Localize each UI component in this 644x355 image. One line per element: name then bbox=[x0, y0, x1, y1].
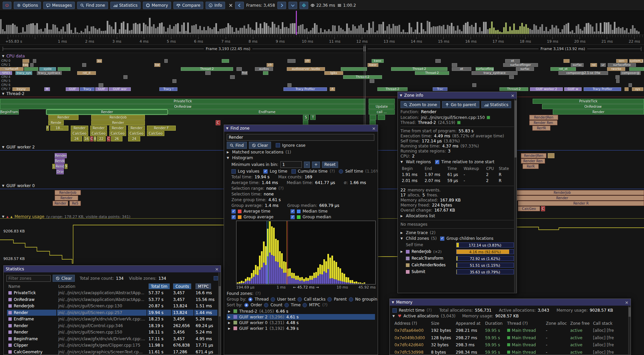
sort-by-count-radio[interactable] bbox=[264, 303, 268, 307]
cpu-segment[interactable] bbox=[287, 59, 296, 63]
cpu-segment[interactable] bbox=[30, 63, 34, 67]
cpu-segment[interactable]: GUIF worker 2 bbox=[530, 87, 563, 91]
cpu-segment[interactable]: composer@2.1-se (Hw bbox=[558, 71, 608, 75]
group-by-user-text-radio[interactable] bbox=[271, 297, 275, 302]
cpu-segment[interactable] bbox=[263, 71, 268, 75]
thread-header[interactable]: ▼GUIF worker 2 bbox=[2, 145, 35, 149]
zone[interactable]: CalcGeo bbox=[518, 206, 540, 211]
search-input[interactable] bbox=[227, 134, 374, 141]
zone[interactable]: Render bbox=[90, 126, 107, 131]
memory-titlebar[interactable]: ▼ Memory × bbox=[390, 299, 631, 306]
zone[interactable]: Render bbox=[91, 120, 145, 125]
table-row[interactable]: EndFrame jni/../jni/src/claw/gfx/drv/vk/… bbox=[7, 316, 217, 322]
table-row[interactable]: 0x7dfaa64e00 192 bytes 298.21 ms 59.95 s… bbox=[393, 327, 627, 334]
group-by-call-stacks-radio[interactable] bbox=[298, 297, 302, 302]
child-zone-row[interactable]: Submit 35.63 us (0.79%) bbox=[400, 269, 514, 275]
cpu-segment[interactable]: tracy_systrace bbox=[37, 71, 62, 75]
zone[interactable]: Render F bbox=[147, 126, 176, 131]
tools-icon-wrap[interactable] bbox=[229, 3, 233, 7]
zone[interactable]: RenderJol bbox=[55, 153, 67, 158]
cpu-segment[interactable]: rol bbox=[590, 63, 597, 67]
cpu-data-header[interactable]: ▼CPU data bbox=[2, 54, 25, 58]
cpu-segment[interactable]: GUIF bbox=[95, 87, 108, 91]
zone[interactable]: 26 bbox=[111, 136, 122, 141]
child-zone-row[interactable]: CalcRenderNodes 51.51 us (1.15%) bbox=[400, 262, 514, 268]
cpu-segment[interactable]: ot bbox=[452, 67, 471, 71]
legend-checkbox[interactable] bbox=[231, 209, 236, 214]
zone[interactable]: Render bbox=[128, 126, 145, 131]
zone[interactable]: Render bbox=[55, 159, 65, 164]
cpu-segment[interactable]: M bbox=[44, 87, 50, 91]
cpu-segment[interactable]: syste bbox=[39, 67, 56, 71]
cpu-segment[interactable]: sys bbox=[632, 87, 643, 91]
statistics-button[interactable]: Statistics bbox=[110, 2, 141, 9]
zone[interactable]: T bbox=[310, 115, 316, 120]
zone[interactable]: Render bbox=[109, 126, 126, 131]
zone[interactable]: Re5 bbox=[69, 201, 81, 206]
legend-checkbox[interactable] bbox=[231, 215, 236, 219]
scrollbar[interactable] bbox=[514, 99, 517, 293]
time-ruler[interactable]: +55.83 s 1 ms2 ms3 ms4 ms5 ms6 ms7 ms8 m… bbox=[0, 35, 644, 45]
scrollbar[interactable] bbox=[218, 273, 221, 354]
cpu-segment[interactable]: kwgr bbox=[22, 63, 29, 67]
close-icon[interactable]: × bbox=[511, 93, 515, 98]
table-row[interactable]: Render jni/../jni/src/guif/Screen.cpp:15… bbox=[7, 329, 217, 336]
clear-filter-button[interactable]: Clear bbox=[53, 275, 75, 282]
table-row[interactable]: 0x7dfc53d998 8 bytes 298.34 ms 59.95 s M… bbox=[393, 349, 627, 355]
cpu-segment[interactable]: Tracy ! bbox=[159, 87, 177, 91]
options-checkbox[interactable] bbox=[214, 276, 218, 280]
zone[interactable]: CalcGeo bbox=[71, 131, 88, 136]
cpu-segment[interactable] bbox=[222, 59, 229, 63]
table-row[interactable]: OnRedraw jni/../jni/src/claw/application… bbox=[7, 297, 217, 303]
cpu-segment[interactable]: Ireysy bbox=[12, 87, 30, 91]
zone[interactable]: Render bbox=[46, 109, 168, 115]
cpu-segment[interactable]: Thread-2 bbox=[499, 87, 528, 91]
zone[interactable]: RerfR bbox=[532, 126, 550, 131]
table-row[interactable]: PrivateTick jni/../jni/src/claw/applicat… bbox=[7, 290, 217, 296]
cpu-segment[interactable] bbox=[22, 59, 29, 63]
zone[interactable]: 18... bbox=[50, 126, 68, 131]
zone[interactable]: OnRedraw bbox=[0, 104, 366, 109]
zone[interactable]: Render Ren bbox=[521, 159, 545, 164]
cpu-segment[interactable]: GUIF wor bbox=[109, 87, 131, 91]
child-zone-row[interactable]: RecalcTransform 72.92 us (1.62%) bbox=[400, 255, 514, 261]
cpu-segment[interactable]: kwoc bbox=[372, 59, 384, 63]
group-by-no-groupin-radio[interactable] bbox=[349, 297, 353, 302]
table-row[interactable]: 2.01 ms2.07 ms59 µs-2R bbox=[401, 178, 513, 183]
scrollbar-thumb[interactable] bbox=[515, 100, 517, 158]
find-zone-button[interactable]: Find zone bbox=[77, 2, 108, 9]
cpu-segment[interactable]: lgiks bbox=[324, 71, 343, 75]
statistics-titlebar[interactable]: Statistics × bbox=[4, 266, 221, 272]
zone[interactable]: 1 bbox=[52, 164, 55, 169]
callstack-alloc-link[interactable]: [alloc] bbox=[593, 336, 605, 340]
child-zone-row[interactable]: ▶ RenderJob (×2) 4.16 ms (92.60%) bbox=[400, 249, 514, 255]
thread-header[interactable]: ▼Thread-2 bbox=[2, 91, 24, 96]
zone[interactable]: CalcGeo bbox=[147, 131, 164, 136]
time-relative-checkbox[interactable] bbox=[435, 160, 439, 164]
cpu-segment[interactable] bbox=[629, 83, 632, 87]
cpu-segment[interactable] bbox=[205, 71, 211, 75]
info-button[interactable]: Info bbox=[206, 2, 225, 9]
go-to-parent-button[interactable]: Go to parent bbox=[442, 101, 479, 108]
option-self-time-checkbox[interactable] bbox=[339, 169, 343, 174]
location-value[interactable]: jni/../jni/src/guif/Screen.cpp:150 bbox=[421, 115, 485, 120]
sort-counts-button[interactable]: Counts bbox=[173, 283, 191, 289]
cpu-segment[interactable]: audios bbox=[255, 67, 273, 71]
zone[interactable]: S bbox=[303, 115, 309, 120]
cpu-segment[interactable]: Thread-2 bbox=[181, 67, 233, 71]
goto-frame-button[interactable] bbox=[288, 2, 297, 9]
zone[interactable]: C bbox=[216, 120, 220, 125]
zone[interactable]: Rende bbox=[48, 120, 64, 125]
cpu-segment[interactable]: Tracy Profiler bbox=[283, 87, 327, 91]
cpu-segment[interactable]: Thread-2 bbox=[391, 67, 447, 71]
cpu-segment[interactable]: Thread-2 bbox=[377, 87, 408, 91]
cpu-segment[interactable] bbox=[58, 67, 70, 71]
zone[interactable]: C bbox=[107, 136, 110, 141]
option-cumulate-time-checkbox[interactable] bbox=[291, 169, 296, 174]
found-zone-group[interactable]: ▶ GUIF worker 0 (3,231) 4.48 s bbox=[227, 320, 375, 325]
memory-usage-header[interactable]: ▼▲▲ Memory usage (y-range: 178.27 KB, vi… bbox=[2, 214, 130, 219]
callstack-alloc-link[interactable]: [alloc] bbox=[593, 350, 605, 355]
cpu-segment[interactable]: composer@ bbox=[621, 71, 641, 75]
collapse-icon[interactable]: ▼ bbox=[392, 301, 394, 304]
close-icon[interactable]: × bbox=[372, 126, 376, 131]
